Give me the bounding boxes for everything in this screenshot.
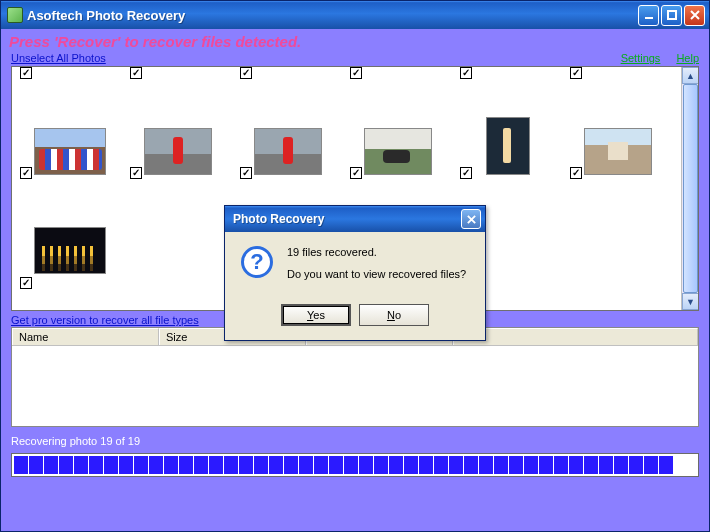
progress-segment: [404, 456, 418, 474]
progress-segment: [584, 456, 598, 474]
thumb-image[interactable]: [34, 128, 106, 175]
progress-segment: [29, 456, 43, 474]
settings-link[interactable]: Settings: [621, 52, 661, 64]
svg-rect-1: [668, 11, 676, 19]
thumb-checkbox[interactable]: ✓: [570, 67, 582, 79]
thumb-checkbox[interactable]: ✓: [460, 67, 472, 79]
scroll-up-button[interactable]: ▲: [682, 67, 699, 84]
progress-segment: [344, 456, 358, 474]
main-window: Asoftech Photo Recovery Press 'Recover' …: [0, 0, 710, 532]
progress-segment: [14, 456, 28, 474]
progress-segment: [419, 456, 433, 474]
dialog-line1: 19 files recovered.: [287, 246, 466, 258]
progress-segment: [374, 456, 388, 474]
progress-segment: [554, 456, 568, 474]
progress-segment: [239, 456, 253, 474]
progress-segment: [134, 456, 148, 474]
thumb-checkbox[interactable]: ✓: [350, 67, 362, 79]
close-button[interactable]: [684, 5, 705, 26]
dialog-title: Photo Recovery: [233, 212, 461, 226]
scroll-thumb[interactable]: [683, 84, 698, 293]
thumb-checkbox[interactable]: ✓: [350, 167, 362, 179]
dialog-close-button[interactable]: [461, 209, 481, 229]
thumb-checkbox[interactable]: ✓: [130, 167, 142, 179]
progress-segment: [599, 456, 613, 474]
progress-segment: [509, 456, 523, 474]
progress-segment: [329, 456, 343, 474]
progress-segment: [644, 456, 658, 474]
window-controls: [638, 5, 705, 26]
progress-segment: [629, 456, 643, 474]
thumb-image[interactable]: [254, 128, 322, 175]
dialog-line2: Do you want to view recovered files?: [287, 268, 466, 280]
thumb-checkbox[interactable]: ✓: [240, 167, 252, 179]
scroll-down-button[interactable]: ▼: [682, 293, 699, 310]
status-text: Recovering photo 19 of 19: [1, 427, 709, 449]
progress-segment: [59, 456, 73, 474]
thumb-image[interactable]: [486, 117, 530, 175]
thumb-checkbox[interactable]: ✓: [570, 167, 582, 179]
col-name[interactable]: Name: [12, 328, 159, 345]
thumb-checkbox[interactable]: ✓: [20, 167, 32, 179]
file-grid: Name Size Extension: [11, 327, 699, 427]
progress-segment: [359, 456, 373, 474]
col-spacer: [453, 328, 698, 345]
progress-segment: [524, 456, 538, 474]
help-link[interactable]: Help: [676, 52, 699, 64]
progress-segment: [539, 456, 553, 474]
thumb-checkbox[interactable]: ✓: [20, 277, 32, 289]
progress-segment: [299, 456, 313, 474]
progress-segment: [434, 456, 448, 474]
titlebar: Asoftech Photo Recovery: [1, 1, 709, 29]
dialog-titlebar: Photo Recovery: [225, 206, 485, 232]
progress-segment: [479, 456, 493, 474]
progress-segment: [44, 456, 58, 474]
progress-segment: [119, 456, 133, 474]
progress-segment: [179, 456, 193, 474]
progress-segment: [284, 456, 298, 474]
yes-button[interactable]: Yes: [281, 304, 351, 326]
progress-segment: [194, 456, 208, 474]
maximize-button[interactable]: [661, 5, 682, 26]
progress-segment: [149, 456, 163, 474]
progress-segment: [89, 456, 103, 474]
thumb-checkbox[interactable]: ✓: [240, 67, 252, 79]
progress-segment: [494, 456, 508, 474]
progress-segment: [449, 456, 463, 474]
thumb-checkbox[interactable]: ✓: [130, 67, 142, 79]
progress-segment: [659, 456, 673, 474]
app-icon: [7, 7, 23, 23]
progress-segment: [209, 456, 223, 474]
thumb-image[interactable]: [34, 227, 106, 274]
no-button[interactable]: No: [359, 304, 429, 326]
svg-rect-0: [645, 17, 653, 19]
minimize-button[interactable]: [638, 5, 659, 26]
progress-segment: [104, 456, 118, 474]
progress-segment: [389, 456, 403, 474]
thumb-checkbox[interactable]: ✓: [20, 67, 32, 79]
progress-segment: [569, 456, 583, 474]
thumb-image[interactable]: [144, 128, 212, 175]
progress-segment: [164, 456, 178, 474]
progress-segment: [614, 456, 628, 474]
progress-segment: [254, 456, 268, 474]
thumb-checkbox[interactable]: ✓: [460, 167, 472, 179]
unselect-all-link[interactable]: Unselect All Photos: [11, 52, 106, 64]
pro-version-link[interactable]: Get pro version to recover all file type…: [11, 314, 199, 326]
dialog-photo-recovery: Photo Recovery ? 19 files recovered. Do …: [224, 205, 486, 341]
progress-segment: [314, 456, 328, 474]
thumb-image[interactable]: [584, 128, 652, 175]
scrollbar-vertical[interactable]: ▲ ▼: [681, 67, 698, 310]
progress-segment: [464, 456, 478, 474]
prompt-text: Press 'Recover' to recover files detecte…: [9, 33, 701, 50]
thumb-image[interactable]: [364, 128, 432, 175]
progress-bar: [11, 453, 699, 477]
window-title: Asoftech Photo Recovery: [27, 8, 638, 23]
progress-segment: [269, 456, 283, 474]
question-icon: ?: [241, 246, 273, 278]
progress-segment: [224, 456, 238, 474]
progress-segment: [74, 456, 88, 474]
